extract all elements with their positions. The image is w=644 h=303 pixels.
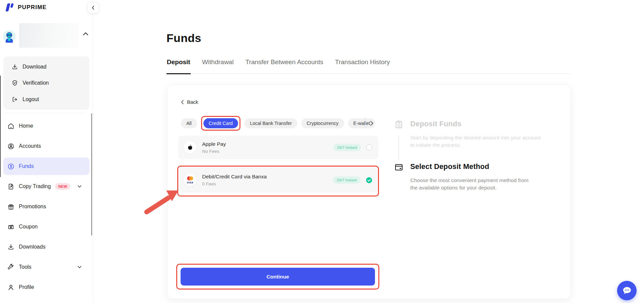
sidebar-item-label: Funds — [19, 163, 34, 169]
account-summary[interactable] — [0, 20, 93, 50]
accounts-icon — [7, 143, 14, 150]
logout-icon — [11, 96, 18, 103]
apple-pay-icon — [184, 141, 196, 154]
puprime-logo-icon — [5, 2, 15, 12]
chat-support-button[interactable] — [617, 281, 637, 300]
chevron-up-icon[interactable] — [83, 32, 88, 36]
back-link[interactable]: Back — [181, 99, 198, 105]
chat-bubble-icon — [622, 286, 632, 295]
sidebar-item-label: Verification — [23, 80, 49, 86]
step-title-select-method: Select Deposit Method — [410, 163, 489, 171]
back-label: Back — [187, 99, 198, 105]
window-left-scrollbar[interactable] — [0, 76, 1, 177]
sidebar-nav: Home Accounts $ Funds Copy Trading NEW — [0, 116, 93, 297]
promotions-icon — [7, 203, 14, 210]
downloads-icon — [7, 244, 14, 251]
sidebar-item-accounts[interactable]: Accounts — [0, 136, 93, 156]
sidebar-item-label: Accounts — [19, 143, 41, 149]
svg-text:$: $ — [10, 164, 12, 168]
visa-label: VISA — [187, 181, 193, 184]
chevron-down-icon — [77, 185, 82, 188]
filters-next-button[interactable] — [365, 117, 374, 129]
filter-chip-all[interactable]: All — [181, 118, 197, 128]
sidebar-item-copy-trading[interactable]: Copy Trading NEW — [0, 176, 93, 197]
sidebar-item-profile[interactable]: Profile — [0, 277, 93, 297]
step-connector-line — [399, 135, 399, 160]
chevron-left-icon — [91, 5, 96, 10]
payment-filter-chips: All Credit Card Local Bank Transfer Cryp… — [181, 115, 375, 132]
coupon-icon — [7, 223, 14, 230]
avatar — [3, 30, 15, 43]
sidebar-account-group: Download Verification Logout — [3, 56, 89, 110]
step-title-deposit-funds: Deposit Funds — [410, 120, 461, 128]
sidebar-item-home[interactable]: Home — [0, 116, 93, 136]
method-name: Debit/Credit Card via Banxa — [202, 174, 267, 180]
filter-chip-credit-card[interactable]: Credit Card — [203, 118, 238, 128]
annotation-box-credit-card: Credit Card — [201, 116, 241, 131]
copy-trading-icon — [7, 183, 14, 190]
sidebar-item-label: Download — [23, 64, 46, 70]
funds-icon: $ — [7, 163, 14, 170]
sidebar-item-verification[interactable]: Verification — [3, 75, 89, 91]
deposit-funds-step-icon — [394, 120, 404, 129]
shield-check-icon — [11, 80, 18, 86]
instant-badge: 24/7 Instant — [333, 144, 361, 151]
page-title: Funds — [166, 32, 201, 45]
sidebar-item-promotions[interactable]: Promotions — [0, 197, 93, 217]
tab-bar: Deposit Withdrawal Transfer Between Acco… — [166, 56, 571, 74]
method-fees: No Fees — [202, 149, 226, 154]
main-content: Funds Deposit Withdrawal Transfer Betwee… — [93, 0, 644, 303]
step-desc-deposit-funds: Start by depositing the desired amount i… — [410, 134, 545, 149]
select-method-step-icon — [394, 163, 404, 172]
brand-name: PUPRIME — [18, 4, 47, 11]
tab-withdrawal[interactable]: Withdrawal — [202, 56, 234, 74]
debit-credit-card-icon: VISA — [184, 174, 196, 186]
sidebar-item-label: Downloads — [19, 244, 45, 250]
tools-icon — [7, 264, 14, 271]
sidebar-scrollbar[interactable] — [91, 113, 92, 235]
chevron-down-icon — [77, 266, 82, 269]
method-fees: 0 Fees — [202, 181, 267, 186]
sidebar-item-label: Profile — [19, 284, 34, 290]
account-info-placeholder — [19, 23, 79, 48]
brand-logo[interactable]: PUPRIME — [5, 2, 47, 12]
sidebar-item-label: Coupon — [19, 224, 38, 230]
instant-badge: 24/7 Instant — [333, 176, 361, 184]
tab-transaction-history[interactable]: Transaction History — [335, 56, 390, 74]
tab-deposit[interactable]: Deposit — [166, 56, 191, 74]
sidebar: PUPRIME Download Verification — [0, 0, 93, 303]
sidebar-item-label: Tools — [19, 264, 31, 270]
method-radio-unselected[interactable] — [366, 144, 372, 150]
method-selected-check-icon[interactable] — [366, 177, 372, 183]
sidebar-item-logout[interactable]: Logout — [3, 91, 89, 107]
sidebar-item-label: Copy Trading — [19, 183, 51, 189]
sidebar-item-funds[interactable]: $ Funds — [0, 156, 93, 176]
app-root: PUPRIME Download Verification — [0, 0, 644, 303]
profile-icon — [7, 284, 14, 291]
deposit-card: Back All Credit Card Local Bank Transfer… — [167, 85, 571, 299]
filter-chip-local-bank-transfer[interactable]: Local Bank Transfer — [244, 118, 297, 128]
sidebar-item-label: Home — [19, 123, 33, 129]
sidebar-item-coupon[interactable]: Coupon — [0, 217, 93, 237]
method-row-banxa[interactable]: VISA Debit/Credit Card via Banxa 0 Fees … — [178, 168, 378, 192]
new-badge: NEW — [55, 183, 70, 190]
sidebar-collapse-button[interactable] — [87, 2, 99, 13]
step-desc-select-method: Choose the most convenient payment metho… — [410, 177, 535, 192]
continue-button[interactable]: Continue — [181, 268, 375, 286]
sidebar-item-tools[interactable]: Tools — [0, 257, 93, 277]
sidebar-item-label: Promotions — [19, 204, 46, 210]
chevron-right-icon — [370, 121, 374, 126]
download-icon — [11, 63, 18, 70]
method-row-apple-pay[interactable]: Apple Pay No Fees 24/7 Instant — [178, 136, 378, 159]
sidebar-item-label: Logout — [23, 96, 39, 102]
sidebar-divider — [3, 113, 86, 113]
filter-chip-cryptocurrency[interactable]: Cryptocurrency — [301, 118, 344, 128]
method-name: Apple Pay — [202, 141, 226, 147]
sidebar-item-downloads[interactable]: Downloads — [0, 237, 93, 257]
tab-transfer-between-accounts[interactable]: Transfer Between Accounts — [245, 56, 324, 74]
sidebar-item-download[interactable]: Download — [3, 59, 89, 75]
home-icon — [7, 123, 14, 130]
chevron-left-icon — [181, 100, 184, 104]
